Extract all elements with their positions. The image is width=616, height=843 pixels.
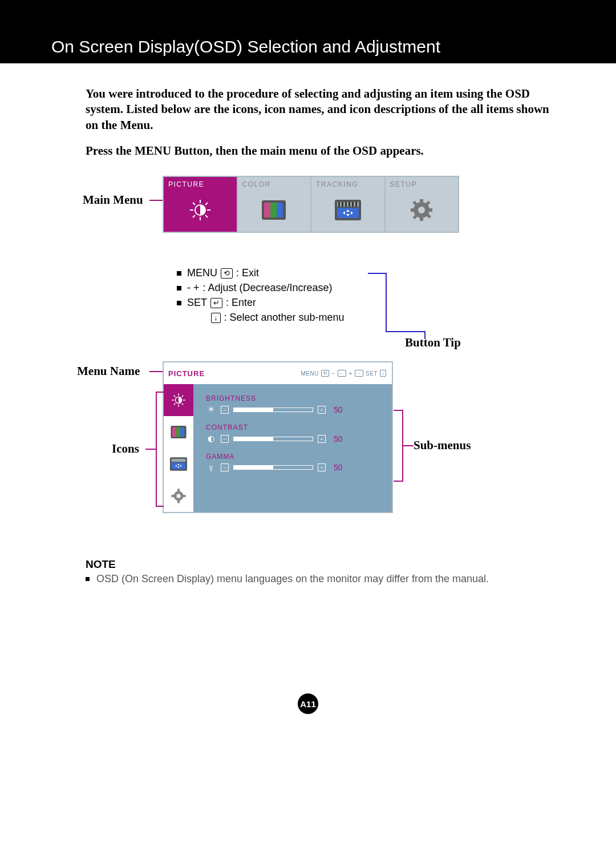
minus-button[interactable]: −: [221, 406, 229, 414]
svg-rect-48: [180, 427, 184, 437]
callout-button-tip: Button Tip: [405, 336, 461, 350]
sub-brightness[interactable]: BRIGHTNESS ☀ − + 50: [206, 394, 383, 414]
svg-rect-27: [420, 199, 423, 204]
svg-line-6: [205, 215, 208, 217]
svg-rect-29: [411, 208, 415, 212]
minus-button[interactable]: −: [221, 435, 229, 443]
svg-rect-59: [171, 495, 174, 497]
color-bars-icon: [238, 188, 311, 232]
intro-text: You were introduced to the procedure of …: [86, 86, 553, 159]
menu-key-icon: ⟲: [221, 268, 233, 279]
callout-menu-name: Menu Name: [77, 364, 140, 378]
svg-rect-21: [337, 208, 359, 218]
note-section: NOTE OSD (On Screen Display) menu langua…: [86, 558, 553, 585]
svg-rect-47: [176, 427, 180, 437]
svg-rect-15: [338, 202, 340, 207]
osd-panel: PICTURE MENU⟲ −← +→ SET↓: [163, 361, 393, 513]
brightness-icon: [164, 188, 237, 232]
svg-point-61: [177, 494, 181, 498]
osd-side-icons: [164, 384, 193, 512]
side-icon-picture[interactable]: [164, 384, 193, 416]
svg-line-41: [174, 395, 176, 397]
svg-rect-10: [264, 203, 270, 217]
minus-button[interactable]: −: [221, 463, 229, 471]
svg-line-5: [193, 203, 195, 205]
svg-line-44: [182, 395, 184, 397]
enter-key-icon: ↵: [210, 298, 222, 308]
down-key-icon: ↓: [211, 313, 221, 323]
gamma-icon: γ: [206, 463, 216, 472]
tab-tracking[interactable]: TRACKING: [311, 177, 386, 232]
callout-sub-menus: Sub-menus: [414, 438, 471, 453]
svg-rect-57: [177, 489, 180, 491]
svg-line-8: [205, 203, 208, 205]
svg-rect-28: [420, 216, 423, 221]
contrast-icon: ◐: [206, 434, 216, 443]
gear-icon: [386, 188, 459, 232]
svg-rect-51: [172, 462, 186, 469]
svg-rect-19: [352, 202, 354, 207]
side-icon-setup[interactable]: [164, 480, 193, 512]
svg-line-43: [174, 403, 176, 405]
svg-line-42: [182, 403, 184, 405]
side-icon-color[interactable]: [164, 416, 193, 448]
callout-main-menu: Main Menu: [83, 193, 143, 207]
tracking-icon: [311, 188, 384, 232]
svg-rect-46: [172, 427, 176, 437]
callout-icons: Icons: [112, 442, 139, 456]
svg-rect-12: [277, 203, 283, 217]
sub-gamma[interactable]: GAMMA γ − + 50: [206, 453, 383, 472]
svg-rect-30: [428, 208, 432, 212]
side-icon-tracking[interactable]: [164, 448, 193, 480]
main-menu-tabs: PICTURE COLOR: [163, 176, 459, 233]
svg-rect-58: [177, 500, 180, 503]
svg-rect-60: [183, 495, 186, 497]
svg-rect-18: [348, 202, 350, 207]
svg-point-35: [418, 207, 425, 213]
page-title: On Screen Display(OSD) Selection and Adj…: [0, 37, 616, 63]
button-tips-legend: MENU ⟲ : Exit - + : Adjust (Decrease/Inc…: [177, 267, 345, 326]
sun-icon: ☀: [206, 405, 216, 414]
sub-contrast[interactable]: CONTRAST ◐ − + 50: [206, 423, 383, 443]
svg-rect-50: [172, 459, 186, 462]
plus-button[interactable]: +: [318, 463, 326, 471]
svg-rect-11: [270, 203, 277, 217]
svg-rect-20: [355, 202, 357, 207]
svg-line-7: [193, 215, 195, 217]
plus-button[interactable]: +: [318, 435, 326, 443]
plus-button[interactable]: +: [318, 406, 326, 414]
svg-rect-16: [342, 202, 343, 207]
svg-rect-17: [345, 202, 347, 207]
tab-color[interactable]: COLOR: [238, 177, 312, 232]
tab-picture[interactable]: PICTURE: [164, 177, 238, 232]
tab-setup[interactable]: SETUP: [386, 177, 459, 232]
osd-menu-name: PICTURE: [164, 369, 204, 378]
page-number-badge: A11: [298, 693, 318, 714]
